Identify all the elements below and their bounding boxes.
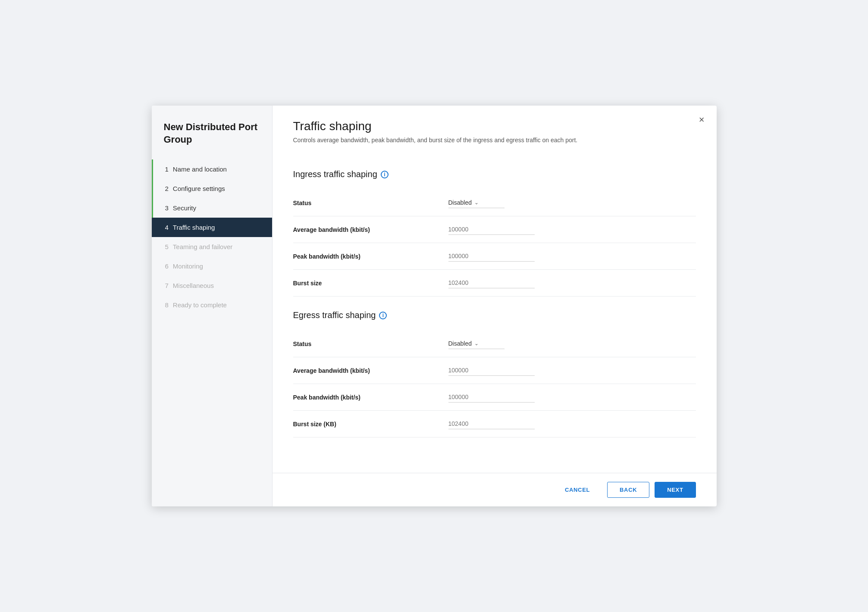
egress-burst-size-value bbox=[448, 418, 696, 429]
egress-avg-bandwidth-value bbox=[448, 365, 696, 376]
egress-status-row: Status Disabled ⌄ bbox=[293, 331, 696, 357]
egress-burst-size-input[interactable] bbox=[448, 418, 535, 429]
ingress-status-label: Status bbox=[293, 200, 448, 206]
ingress-avg-bandwidth-label: Average bandwidth (kbit/s) bbox=[293, 226, 448, 233]
dialog-title: New Distributed Port Group bbox=[152, 121, 272, 159]
chevron-down-icon: ⌄ bbox=[474, 340, 479, 347]
sidebar-item-miscellaneous: 7 Miscellaneous bbox=[152, 276, 272, 295]
egress-avg-bandwidth-row: Average bandwidth (kbit/s) bbox=[293, 357, 696, 384]
egress-status-select[interactable]: Disabled ⌄ bbox=[448, 338, 505, 349]
sidebar-item-label-4: Traffic shaping bbox=[173, 224, 215, 231]
next-button[interactable]: NEXT bbox=[655, 482, 696, 498]
ingress-info-icon[interactable]: i bbox=[381, 171, 389, 178]
step-num-4: 4 bbox=[165, 224, 169, 231]
sidebar-item-configure-settings[interactable]: 2 Configure settings bbox=[152, 179, 272, 198]
main-content: Traffic shaping Controls average bandwid… bbox=[273, 106, 717, 506]
ingress-peak-bandwidth-value bbox=[448, 251, 696, 262]
sidebar-item-label-7: Miscellaneous bbox=[173, 282, 214, 289]
sidebar-item-label-3: Security bbox=[173, 204, 196, 212]
egress-peak-bandwidth-input[interactable] bbox=[448, 392, 535, 403]
sidebar-item-label-8: Ready to complete bbox=[173, 301, 227, 309]
egress-status-value: Disabled ⌄ bbox=[448, 338, 696, 349]
page-title: Traffic shaping bbox=[293, 119, 696, 133]
egress-peak-bandwidth-row: Peak bandwidth (kbit/s) bbox=[293, 384, 696, 411]
step-num-8: 8 bbox=[165, 301, 169, 309]
ingress-burst-size-row: Burst size bbox=[293, 270, 696, 297]
ingress-burst-size-input[interactable] bbox=[448, 278, 535, 288]
sidebar-item-traffic-shaping[interactable]: 4 Traffic shaping bbox=[152, 218, 272, 237]
ingress-peak-bandwidth-label: Peak bandwidth (kbit/s) bbox=[293, 253, 448, 260]
main-header: Traffic shaping Controls average bandwid… bbox=[273, 106, 717, 156]
ingress-status-row: Status Disabled ⌄ bbox=[293, 190, 696, 216]
sidebar-item-ready-to-complete: 8 Ready to complete bbox=[152, 295, 272, 315]
sidebar: New Distributed Port Group 1 Name and lo… bbox=[152, 106, 273, 506]
step-num-1: 1 bbox=[165, 165, 169, 173]
step-num-7: 7 bbox=[165, 282, 169, 289]
ingress-peak-bandwidth-input[interactable] bbox=[448, 251, 535, 262]
sidebar-item-label-2: Configure settings bbox=[173, 185, 225, 192]
sidebar-item-security[interactable]: 3 Security bbox=[152, 198, 272, 218]
egress-avg-bandwidth-input[interactable] bbox=[448, 365, 535, 376]
cancel-button[interactable]: CANCEL bbox=[553, 482, 602, 498]
ingress-section-title: Ingress traffic shaping i bbox=[293, 169, 696, 179]
dialog: New Distributed Port Group 1 Name and lo… bbox=[152, 106, 717, 506]
step-num-5: 5 bbox=[165, 243, 169, 250]
egress-peak-bandwidth-value bbox=[448, 392, 696, 403]
ingress-avg-bandwidth-row: Average bandwidth (kbit/s) bbox=[293, 216, 696, 243]
egress-burst-size-label: Burst size (KB) bbox=[293, 421, 448, 428]
ingress-status-value: Disabled ⌄ bbox=[448, 197, 696, 208]
sidebar-item-label-1: Name and location bbox=[173, 165, 227, 173]
step-num-3: 3 bbox=[165, 204, 169, 212]
egress-burst-size-row: Burst size (KB) bbox=[293, 411, 696, 437]
egress-section-title: Egress traffic shaping i bbox=[293, 310, 696, 320]
egress-info-icon[interactable]: i bbox=[379, 312, 387, 319]
sidebar-item-monitoring: 6 Monitoring bbox=[152, 256, 272, 276]
egress-peak-bandwidth-label: Peak bandwidth (kbit/s) bbox=[293, 394, 448, 401]
sidebar-item-name-location[interactable]: 1 Name and location bbox=[152, 159, 272, 179]
ingress-burst-size-value bbox=[448, 278, 696, 288]
egress-status-label: Status bbox=[293, 340, 448, 347]
sidebar-item-label-6: Monitoring bbox=[173, 262, 203, 270]
ingress-avg-bandwidth-value bbox=[448, 224, 696, 235]
ingress-burst-size-label: Burst size bbox=[293, 280, 448, 287]
ingress-status-select[interactable]: Disabled ⌄ bbox=[448, 197, 505, 208]
chevron-down-icon: ⌄ bbox=[474, 200, 479, 206]
step-num-2: 2 bbox=[165, 185, 169, 192]
close-button[interactable]: × bbox=[699, 115, 705, 125]
ingress-avg-bandwidth-input[interactable] bbox=[448, 224, 535, 235]
sidebar-item-teaming-failover: 5 Teaming and failover bbox=[152, 237, 272, 256]
dialog-footer: CANCEL BACK NEXT bbox=[273, 473, 717, 506]
ingress-peak-bandwidth-row: Peak bandwidth (kbit/s) bbox=[293, 243, 696, 270]
content-area: Ingress traffic shaping i Status Disable… bbox=[273, 156, 717, 473]
sidebar-item-label-5: Teaming and failover bbox=[173, 243, 232, 250]
back-button[interactable]: BACK bbox=[607, 482, 649, 498]
step-num-6: 6 bbox=[165, 262, 169, 270]
page-subtitle: Controls average bandwidth, peak bandwid… bbox=[293, 137, 696, 144]
egress-avg-bandwidth-label: Average bandwidth (kbit/s) bbox=[293, 367, 448, 374]
